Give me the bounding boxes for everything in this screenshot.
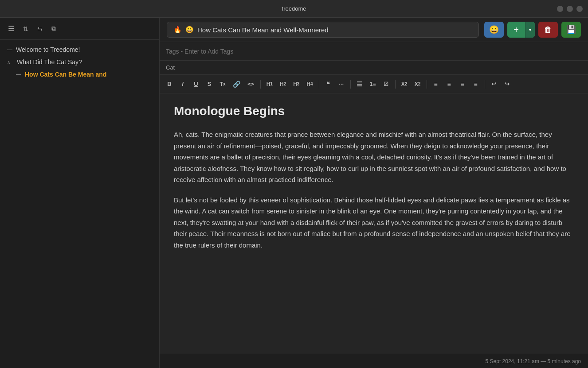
tags-input[interactable] <box>166 48 582 55</box>
toolbar-align-right[interactable]: ≡ <box>456 78 469 90</box>
titlebar: treedome — □ ✕ <box>0 0 588 18</box>
note-title[interactable]: How Cats Can Be Mean and Well-Mannered <box>197 26 472 34</box>
minimize-button[interactable]: — <box>557 6 563 12</box>
toolbar-bullet-list[interactable]: ☰ <box>353 78 366 90</box>
toolbar-h4[interactable]: H4 <box>303 78 316 90</box>
editor-toolbar: B I U S Tx 🔗 <> H1 H2 H3 H4 ❝ ··· ☰ 1≡ ☑… <box>160 75 588 93</box>
delete-button[interactable]: 🗑 <box>538 22 558 38</box>
save-button[interactable]: 💾 <box>561 22 581 38</box>
toolbar-sep5 <box>427 80 427 89</box>
header-actions: 😀 + ▾ 🗑 💾 <box>484 22 581 38</box>
toolbar-align-left[interactable]: ≡ <box>430 78 442 90</box>
sidebar-item-label-cat: What Did The Cat Say? <box>17 58 82 66</box>
note-header: 🔥 😀 How Cats Can Be Mean and Well-Manner… <box>160 18 588 42</box>
doc-paragraph-1: Ah, cats. The enigmatic creatures that p… <box>174 129 574 186</box>
editor-area[interactable]: Monologue Begins Ah, cats. The enigmatic… <box>160 93 588 354</box>
add-main-button[interactable]: + <box>507 22 525 38</box>
maximize-button[interactable]: □ <box>567 6 573 12</box>
sidebar-toolbar: ☰ ⇅ ⇆ ⧉ <box>0 18 159 40</box>
add-dropdown-button[interactable]: ▾ <box>525 22 535 38</box>
note-emoji2: 😀 <box>185 26 194 34</box>
app-body: ☰ ⇅ ⇆ ⧉ — Welcome to Treedome! ∧ What Di… <box>0 18 588 368</box>
toolbar-bold[interactable]: B <box>163 78 176 90</box>
toolbar-underline[interactable]: U <box>190 78 202 90</box>
tags-bar <box>160 42 588 61</box>
toolbar-sep6 <box>485 80 485 89</box>
toolbar-undo[interactable]: ↩ <box>488 78 500 90</box>
add-button-group: + ▾ <box>507 22 535 38</box>
doc-paragraph-2: But let's not be fooled by this veneer o… <box>174 194 574 251</box>
toolbar-sep1 <box>260 80 261 89</box>
note-category: Cat <box>166 64 175 71</box>
sidebar-tree: — Welcome to Treedome! ∧ What Did The Ca… <box>0 40 159 368</box>
toolbar-redo[interactable]: ↪ <box>501 78 514 90</box>
note-title-bar: 🔥 😀 How Cats Can Be Mean and Well-Manner… <box>167 22 479 38</box>
close-button[interactable]: ✕ <box>576 6 583 12</box>
status-bar: 5 Sept 2024, 11:21 am — 5 minutes ago <box>160 354 588 368</box>
toolbar-sep3 <box>350 80 351 89</box>
toolbar-h1[interactable]: H1 <box>263 78 276 90</box>
toolbar-h3[interactable]: H3 <box>290 78 302 90</box>
doc-heading: Monologue Begins <box>174 104 574 118</box>
tree-arrow-cat: ∧ <box>7 60 13 65</box>
menu-button[interactable]: ☰ <box>5 22 17 35</box>
sidebar-item-what-did-cat[interactable]: ∧ What Did The Cat Say? <box>0 56 159 68</box>
toolbar-code[interactable]: <> <box>244 78 258 90</box>
toolbar-check-list[interactable]: ☑ <box>380 78 392 90</box>
toolbar-subscript[interactable]: X2 <box>398 78 411 90</box>
toolbar-link[interactable]: 🔗 <box>230 78 243 90</box>
toolbar-superscript[interactable]: X2 <box>412 78 424 90</box>
collapse-button[interactable]: ⇆ <box>35 23 45 35</box>
sidebar: ☰ ⇅ ⇆ ⧉ — Welcome to Treedome! ∧ What Di… <box>0 18 160 368</box>
toolbar-italic[interactable]: I <box>176 78 189 90</box>
note-emoji1: 🔥 <box>173 26 182 34</box>
toolbar-font-size[interactable]: Tx <box>216 78 229 90</box>
tree-dash-how-cats: — <box>16 71 21 77</box>
app-title: treedome <box>282 5 306 12</box>
toolbar-align-center[interactable]: ≡ <box>443 78 455 90</box>
main-content: 🔥 😀 How Cats Can Be Mean and Well-Manner… <box>160 18 588 368</box>
sidebar-item-label-how-cats: How Cats Can Be Mean and <box>25 71 106 78</box>
emoji-button[interactable]: 😀 <box>484 22 504 38</box>
toolbar-h2[interactable]: H2 <box>277 78 289 90</box>
toolbar-align-justify[interactable]: ≡ <box>470 78 482 90</box>
toolbar-ordered-list[interactable]: 1≡ <box>367 78 379 90</box>
toolbar-strikethrough[interactable]: S <box>203 78 216 90</box>
sidebar-item-how-cats[interactable]: — How Cats Can Be Mean and <box>0 68 159 81</box>
tree-arrow-welcome: — <box>7 46 12 53</box>
toolbar-more[interactable]: ··· <box>335 78 348 90</box>
sidebar-item-label-welcome: Welcome to Treedome! <box>16 46 80 53</box>
status-timestamp: 5 Sept 2024, 11:21 am — 5 minutes ago <box>486 358 581 364</box>
toolbar-blockquote[interactable]: ❝ <box>322 78 334 90</box>
expand-button[interactable]: ⇅ <box>20 23 31 35</box>
note-meta-row: Cat <box>160 61 588 75</box>
sidebar-item-welcome[interactable]: — Welcome to Treedome! <box>0 43 159 56</box>
toolbar-sep2 <box>319 80 319 89</box>
window-controls: — □ ✕ <box>557 6 583 12</box>
copy-button[interactable]: ⧉ <box>49 22 59 35</box>
toolbar-sep4 <box>395 80 396 89</box>
